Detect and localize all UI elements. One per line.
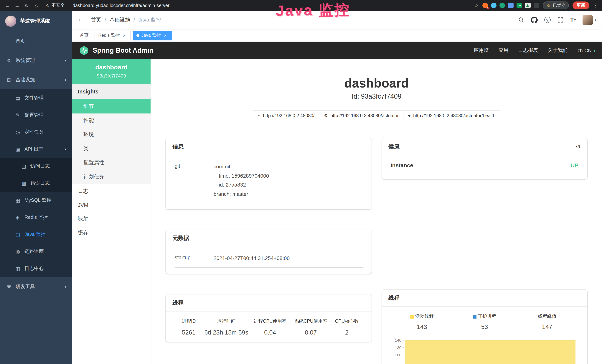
paused-pill[interactable]: ☺ 已暂停 (543, 1, 569, 9)
extension-icon-puzzle-blue[interactable] (508, 3, 513, 8)
sba-item-config-props[interactable]: 配置属性 (72, 156, 150, 170)
sidebar-item-java-monitor[interactable]: ▢ Java 监控 (0, 226, 72, 243)
sidebar-item-trace[interactable]: ◎ 链路追踪 (0, 243, 72, 260)
sba-instance-header: dashboard 93a3fc7f7409 (72, 59, 150, 84)
process-card: 进程 进程ID 运行时间 进程CPU使用率 系统CPU使用率 CPU核心数 (166, 294, 371, 342)
axis-tick: 100 (395, 353, 401, 357)
extension-badge: 1 (486, 7, 489, 9)
extension-icon-orange[interactable]: 1 (482, 3, 488, 8)
navbar-actions: ? TT ▾ (518, 15, 596, 25)
tab-label: Java 监控 (141, 32, 161, 39)
sidebar-item-system-management[interactable]: ⚙ 系统管理 ▾ (0, 51, 72, 70)
reload-icon[interactable]: ↻ (24, 2, 30, 8)
extension-icon-puzzle-dark[interactable] (533, 3, 539, 8)
instance-link-health[interactable]: ♥ http://192.168.0.2:48080/actuator/heal… (403, 110, 500, 121)
warning-icon: ⚠ (45, 3, 49, 8)
sidebar-item-error-logs[interactable]: ▨ 错误日志 (0, 175, 72, 192)
status-badge: UP (571, 162, 579, 168)
sba-item-jvm[interactable]: JVM (72, 198, 150, 212)
caret-down-icon: ▾ (595, 18, 596, 22)
update-button[interactable]: 更新 (572, 1, 589, 9)
breadcrumb-home[interactable]: 首页 (91, 17, 101, 23)
sidebar-item-config-management[interactable]: ✎ 配置管理 (0, 107, 72, 124)
legend-live-threads: 活动线程 (391, 313, 453, 320)
user-menu[interactable]: ▾ (583, 15, 596, 25)
sba-group-insights: Insights (72, 84, 150, 99)
sidebar-item-redis-monitor[interactable]: ◈ Redis 监控 (0, 209, 72, 226)
address-bar[interactable]: dashboard.yudao.iocoder.cn/infra/admin-s… (73, 3, 170, 8)
process-value: 5261 (175, 329, 203, 336)
sidebar-item-infrastructure[interactable]: ⊞ 基础设施 ▴ (0, 70, 72, 89)
breadcrumb-separator: / (105, 17, 106, 23)
hamburger-icon[interactable] (78, 17, 85, 23)
process-value: 0.07 (290, 329, 331, 336)
threads-chart: 140 120 100 (391, 336, 579, 364)
bookmark-star-icon[interactable]: ☆ (474, 2, 479, 8)
sidebar-item-mysql-monitor[interactable]: ▦ MySQL 监控 (0, 192, 72, 209)
home-icon[interactable]: ⌂ (33, 2, 39, 8)
health-instance-label: Instance (391, 162, 413, 168)
sidebar-item-scheduled-tasks[interactable]: ◷ 定时任务 (0, 124, 72, 140)
sba-item-details[interactable]: 细节 (72, 99, 150, 114)
close-icon[interactable]: × (122, 33, 127, 38)
sidebar-item-api-logs[interactable]: ▣ API 日志 ▴ (0, 140, 72, 158)
health-heart-icon: ♥ (408, 113, 410, 118)
close-icon[interactable]: × (163, 33, 168, 38)
extension-icon-sprout[interactable] (525, 3, 530, 8)
sba-nav-about[interactable]: 关于我们 (548, 47, 568, 54)
threads-card-body: 活动线程 守护进程 线程峰值 (382, 307, 587, 364)
instance-link-root[interactable]: ⌂ http://192.168.0.2:48080/ (253, 110, 320, 121)
sidebar-item-access-logs[interactable]: ▧ 访问日志 (0, 158, 72, 175)
paused-label: 已暂停 (553, 3, 565, 8)
sba-language-select[interactable]: zh-CN ▾ (577, 48, 595, 53)
sba-item-mappings[interactable]: 映射 (72, 212, 150, 226)
extension-icon-green[interactable] (499, 3, 505, 8)
security-label: 不安全 (52, 2, 65, 9)
cards-right-column: 健康 ↺ Instance UP (382, 138, 587, 364)
sba-item-caches[interactable]: 缓存 (72, 226, 150, 240)
sba-nav-journal[interactable]: 日志报表 (518, 47, 538, 54)
sba-item-classes[interactable]: 类 (72, 142, 150, 156)
search-icon[interactable] (518, 17, 524, 23)
extension-icon-drop[interactable] (491, 3, 496, 8)
forward-icon[interactable]: → (14, 2, 20, 8)
sidebar-item-home[interactable]: ⌂ 首页 (0, 32, 72, 51)
font-size-icon[interactable]: TT (570, 17, 576, 23)
back-icon[interactable]: ← (4, 2, 10, 8)
browser-menu-icon[interactable]: ⋮ (593, 3, 598, 8)
sba-item-environment[interactable]: 环境 (72, 128, 150, 142)
sba-nav-wallboard[interactable]: 应用墙 (474, 47, 489, 54)
sba-item-logs[interactable]: 日志 (72, 184, 150, 198)
sba-item-scheduled-tasks[interactable]: 计划任务 (72, 170, 150, 184)
extension-icon-on-switch[interactable]: on (516, 3, 522, 8)
sidebar-item-log-center[interactable]: ▥ 日志中心 (0, 260, 72, 277)
security-indicator[interactable]: ⚠ 不安全 (45, 2, 65, 9)
sidebar-item-file-management[interactable]: ▤ 文件管理 (0, 89, 72, 107)
tab-home[interactable]: 首页 (76, 31, 92, 40)
health-row-instance: Instance UP (391, 162, 579, 173)
tab-redis-monitor[interactable]: Redis 监控 × (95, 31, 130, 40)
tab-java-monitor[interactable]: Java 监控 × (133, 31, 172, 40)
trace-icon: ◎ (15, 249, 21, 254)
process-col-header: 进程ID (175, 318, 203, 324)
process-card-body: 进程ID 运行时间 进程CPU使用率 系统CPU使用率 CPU核心数 5261 … (166, 311, 371, 342)
redis-icon: ◈ (15, 214, 21, 220)
sidebar-item-dev-tools[interactable]: ⚒ 研发工具 ▾ (0, 277, 72, 296)
app-logo[interactable]: 芋道管理系统 (0, 11, 72, 32)
github-icon[interactable] (531, 17, 538, 23)
metadata-key: startup (175, 254, 214, 263)
fullscreen-icon[interactable] (557, 17, 563, 23)
instance-link-actuator[interactable]: ⚙ http://192.168.0.2:48080/actuator (319, 110, 403, 121)
sidebar-item-label: 文件管理 (24, 95, 44, 101)
process-card-title: 进程 (166, 294, 371, 311)
sba-nav: 应用墙 应用 日志报表 关于我们 zh-CN ▾ (474, 47, 595, 54)
process-value: 0.04 (250, 329, 290, 336)
breadcrumb-infrastructure[interactable]: 基础设施 (109, 17, 130, 23)
help-icon[interactable]: ? (544, 17, 550, 23)
info-line: branch: master (214, 189, 363, 198)
sba-nav-applications[interactable]: 应用 (498, 47, 508, 54)
metadata-card-title: 元数据 (166, 230, 371, 247)
sba-brand[interactable]: Spring Boot Admin (93, 47, 153, 54)
history-icon[interactable]: ↺ (576, 143, 581, 150)
sba-item-metrics[interactable]: 性能 (72, 114, 150, 128)
